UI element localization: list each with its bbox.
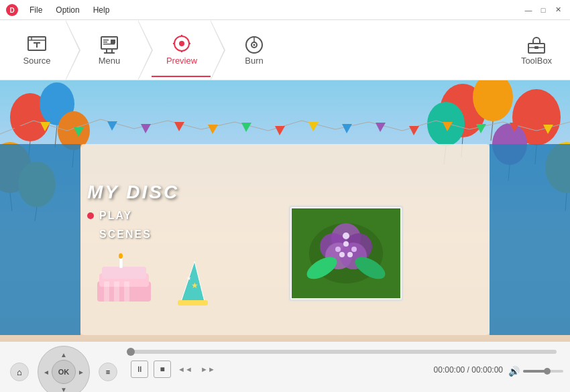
prev-button[interactable]: ◄◄ <box>176 361 194 378</box>
svg-marker-62 <box>409 126 419 135</box>
svg-marker-55 <box>174 122 184 131</box>
toolbox-label: ToolBox <box>521 56 552 66</box>
menu-help[interactable]: Help <box>88 4 115 16</box>
next-button[interactable]: ►► <box>199 361 217 378</box>
svg-rect-8 <box>111 40 115 44</box>
volume-slider[interactable] <box>523 370 563 373</box>
preview-icon <box>171 34 192 56</box>
volume-handle[interactable] <box>544 368 551 375</box>
app-logo: D <box>5 3 19 17</box>
menu-overlay: MY DISC PLAY SCENES <box>87 182 179 241</box>
progress-handle[interactable] <box>127 348 135 356</box>
window-controls: — □ ✕ <box>522 3 565 17</box>
svg-point-95 <box>339 252 345 257</box>
progress-bar[interactable] <box>131 350 557 354</box>
playback-buttons: ⏸ ■ ◄◄ ►► <box>131 361 217 378</box>
svg-point-92 <box>343 241 349 247</box>
title-bar: D File Option Help — □ ✕ <box>0 0 570 20</box>
menu-icon <box>99 34 120 56</box>
balloons-layer: ★ ★ <box>0 80 570 342</box>
volume-icon[interactable]: 🔊 <box>508 366 520 377</box>
preview-area: ★ ★ MY DISC <box>0 80 570 342</box>
toolbar: Source Menu Preview <box>0 20 570 80</box>
home-icon: ⌂ <box>17 367 22 377</box>
svg-point-94 <box>351 247 357 252</box>
svg-marker-56 <box>208 125 218 134</box>
svg-point-91 <box>343 233 349 239</box>
svg-point-16 <box>179 41 184 46</box>
menu-file[interactable]: File <box>24 4 48 16</box>
menu-scenes-item: SCENES <box>99 228 179 241</box>
source-icon <box>26 34 48 56</box>
svg-rect-10 <box>103 42 107 43</box>
nav-circle: ▲ ▼ ◄ ► OK <box>38 346 90 392</box>
menu-label: Menu <box>99 56 121 66</box>
toolbar-source[interactable]: Source <box>7 23 67 77</box>
svg-marker-61 <box>376 123 386 132</box>
svg-marker-60 <box>342 124 352 133</box>
nav-down-button[interactable]: ▼ <box>58 384 69 392</box>
svg-text:D: D <box>9 7 14 14</box>
time-text: 00:00:00 / 00:00:00 <box>434 365 503 375</box>
svg-marker-53 <box>107 121 117 131</box>
ok-button[interactable]: OK <box>52 360 76 384</box>
scene-content: ★ ★ MY DISC <box>0 80 570 342</box>
svg-rect-75 <box>124 281 129 302</box>
svg-rect-80 <box>178 300 208 306</box>
toolbar-menu[interactable]: Menu <box>79 23 139 77</box>
svg-point-77 <box>119 253 123 259</box>
svg-point-96 <box>347 252 353 257</box>
sep-1 <box>66 20 80 80</box>
home-button[interactable]: ⌂ <box>10 363 29 381</box>
svg-rect-27 <box>534 46 538 49</box>
menu-bar: File Option Help <box>24 4 115 16</box>
toolbar-burn[interactable]: Burn <box>224 23 284 77</box>
stop-button[interactable]: ■ <box>154 361 171 378</box>
nav-left-button[interactable]: ◄ <box>41 367 52 377</box>
svg-marker-57 <box>241 123 251 132</box>
svg-rect-11 <box>103 44 115 45</box>
toolbar-preview[interactable]: Preview <box>152 23 212 77</box>
list-icon: ≡ <box>106 368 110 376</box>
pause-button[interactable]: ⏸ <box>131 361 148 378</box>
sep-3 <box>211 20 225 80</box>
scenes-label: SCENES <box>99 228 152 241</box>
close-button[interactable]: ✕ <box>551 3 565 17</box>
nav-right-button[interactable]: ► <box>76 367 87 377</box>
svg-rect-74 <box>114 281 119 302</box>
minimize-button[interactable]: — <box>522 3 535 17</box>
svg-point-93 <box>335 247 341 252</box>
list-button[interactable]: ≡ <box>99 363 117 381</box>
sep-2 <box>138 20 153 80</box>
preview-label: Preview <box>166 56 197 66</box>
bottom-panel: ⌂ ▲ ▼ ◄ ► OK ≡ ⏸ ■ ◄◄ ►► 0 <box>0 342 570 392</box>
volume-control: 🔊 <box>508 366 563 377</box>
svg-rect-73 <box>104 281 109 302</box>
maximize-button[interactable]: □ <box>536 3 550 17</box>
burn-icon <box>243 34 265 56</box>
svg-point-23 <box>253 44 255 46</box>
play-label: PLAY <box>99 210 132 222</box>
disc-title: MY DISC <box>87 182 179 203</box>
playback-area: ⏸ ■ ◄◄ ►► 00:00:00 / 00:00:00 🔊 <box>131 342 570 392</box>
nav-up-button[interactable]: ▲ <box>58 349 69 360</box>
svg-marker-54 <box>141 124 151 133</box>
svg-rect-69 <box>490 144 570 335</box>
active-indicator <box>152 76 212 77</box>
svg-marker-59 <box>308 122 319 131</box>
svg-rect-68 <box>0 144 80 335</box>
svg-rect-72 <box>102 267 146 279</box>
nav-control-area: ⌂ ▲ ▼ ◄ ► OK ≡ <box>10 345 117 392</box>
svg-text:★: ★ <box>186 275 191 281</box>
time-display: 00:00:00 / 00:00:00 <box>434 365 503 375</box>
svg-rect-9 <box>103 40 109 41</box>
svg-text:★: ★ <box>191 281 198 290</box>
toolbox-icon <box>526 34 547 56</box>
menu-option[interactable]: Option <box>50 4 84 16</box>
burn-label: Burn <box>245 56 263 66</box>
svg-marker-58 <box>275 126 285 135</box>
play-dot <box>87 212 94 219</box>
menu-play-item: PLAY <box>87 210 179 222</box>
source-label: Source <box>23 56 50 66</box>
toolbar-toolbox[interactable]: ToolBox <box>510 23 563 77</box>
